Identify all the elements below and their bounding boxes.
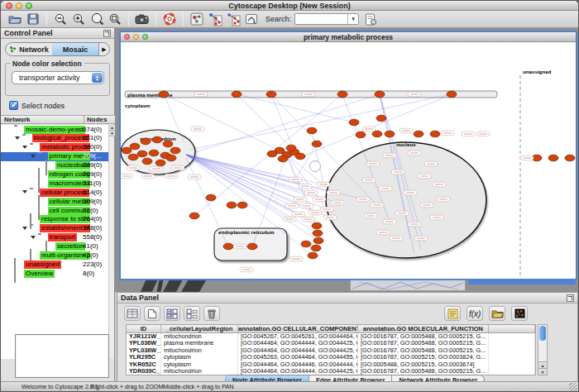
app-titlebar[interactable]: Cytoscape Desktop (New Session) [1,1,578,11]
tree-row[interactable]: Overview8(0) [1,269,109,278]
table-cell[interactable]: YPL036W__1 [127,347,161,354]
tree-row-label[interactable]: Overview [24,270,55,278]
tab-mosaic[interactable]: Mosaic [52,43,98,55]
notes-icon[interactable] [444,306,461,321]
tree-row[interactable]: multi-organism pro42(0) [1,251,109,260]
network-node[interactable] [349,119,359,126]
network-node[interactable] [565,155,575,161]
table-cell[interactable]: [GO:0016787, GO:0005215, GO:0003824, G..… [358,354,489,361]
table-cell[interactable]: [GO:0044464, GO:0044444, GO:0044425, G..… [238,347,358,354]
zoom-in-icon[interactable] [70,12,87,26]
color-attribute-dropdown[interactable]: transporter activity ▲▼ [12,71,104,84]
tree-row[interactable]: cellular metabo209(0) [1,197,109,206]
network-view-window[interactable]: primary metabolic process plasma membran… [119,31,577,280]
tree-column-network[interactable]: Network [4,116,31,123]
scroll-up-icon[interactable]: ▲ [538,361,547,368]
table-cell[interactable]: mitochondrion [161,347,238,354]
network-node[interactable] [376,115,386,122]
table-cell[interactable]: [GO:0016787, GO:0005488, GO:0005215, G..… [358,347,489,354]
expander-icon[interactable] [31,236,36,239]
network-node[interactable] [337,91,347,98]
tree-row[interactable]: mosaic-demo-yeast874(0) [1,125,109,134]
snapshot-icon[interactable] [134,12,151,26]
tree-row[interactable]: transport558(0) [1,233,109,242]
float-panel-icon[interactable] [103,30,111,37]
network-node[interactable] [385,131,395,137]
zoom-fit-icon[interactable] [107,12,123,26]
zoom-out-icon[interactable] [52,12,69,26]
column-header[interactable]: annotation.GO MOLECULAR_FUNCTION [358,325,489,332]
birdseye-view[interactable] [15,334,109,378]
table-icon[interactable] [124,306,141,321]
table-cell[interactable]: YJR121W__1 [127,333,161,340]
scroll-down-icon[interactable]: ▼ [538,368,547,375]
search-config-icon[interactable] [362,12,379,26]
tree-row-label[interactable]: biological_process [32,134,90,142]
network-node[interactable] [141,138,151,145]
help-icon[interactable] [161,12,178,26]
expander-icon[interactable] [31,155,36,158]
column-header[interactable]: _cellularLayoutRegion [161,325,238,332]
network-node[interactable] [312,141,322,147]
table-cell[interactable]: [GO:0045263, GO:0044464, GO:0044455, G..… [238,354,358,361]
table-cell[interactable] [489,354,535,361]
table-cell[interactable]: cytoplasm [161,354,238,361]
expander-icon[interactable] [15,136,20,140]
network-node[interactable] [301,241,311,247]
network-node[interactable] [308,252,318,259]
network-node[interactable] [159,91,169,98]
unselect-attributes-icon[interactable] [184,306,200,321]
open-session-icon[interactable] [7,12,23,26]
table-cell[interactable]: YKR052C [127,361,161,368]
network-node[interactable] [237,202,247,208]
network-node[interactable] [307,127,317,134]
network-node[interactable] [152,136,162,143]
scroll-up-icon[interactable]: ▲ [109,125,115,131]
network-node[interactable] [223,243,233,250]
table-cell[interactable]: plasma membrane [161,340,238,347]
network-node[interactable] [156,160,165,166]
table-cell[interactable]: cytoplasm [161,361,238,368]
table-cell[interactable] [489,347,535,354]
search-input[interactable]: ▾ [294,13,359,25]
save-session-icon[interactable] [25,12,41,26]
select-first-neighbors-icon[interactable] [207,12,223,26]
table-cell[interactable] [489,333,535,340]
table-cell[interactable]: YPL036W__2 [127,340,161,347]
network-node[interactable] [163,141,173,147]
network-node[interactable] [142,158,152,165]
network-node[interactable] [189,213,199,219]
network-node[interactable] [311,245,321,251]
table-row[interactable]: YKR052Ccytoplasm[GO:0044464, GO:0044446,… [127,361,535,368]
table-cell[interactable]: [GO:0045267, GO:0045261, GO:0044464, G..… [238,333,358,340]
tree-row-label[interactable]: secretion [55,242,85,251]
network-node[interactable] [122,147,132,154]
network-node[interactable] [166,155,176,161]
network-canvas[interactable]: plasma membranecytoplasmmitochondrionnuc… [121,42,576,277]
network-node[interactable] [247,243,257,250]
table-cell[interactable]: [GO:0016787, GO:0005488, GO:0005215, G..… [358,333,489,340]
trash-icon[interactable] [203,306,220,321]
network-node[interactable] [170,147,180,154]
tree-row-label[interactable]: unassigned [24,261,61,269]
network-node[interactable] [149,150,159,156]
network-node[interactable] [137,151,147,157]
network-node[interactable] [372,131,382,137]
column-header[interactable]: ID [127,325,161,332]
network-node[interactable] [128,154,138,160]
table-cell[interactable]: [GO:0044464, GO:0044444, GO:0044425, G..… [238,340,358,347]
vizmapper-icon[interactable] [243,12,260,26]
table-row[interactable]: YPL036W__1mitochondrion[GO:0044464, GO:0… [127,347,535,354]
tree-row[interactable]: secretion41(0) [1,242,109,251]
tree-column-nodes[interactable]: Nodes [84,116,107,123]
table-row[interactable]: YJR121W__1mitochondrion[GO:0045267, GO:0… [127,333,535,340]
nucleus-region[interactable] [326,142,486,258]
network-node[interactable] [312,222,322,229]
tree-row[interactable]: primary metabo209(... [1,152,109,161]
tree-scrollbar[interactable]: ▲ ▼ [108,125,114,359]
network-node[interactable] [375,91,385,98]
new-document-icon[interactable] [144,306,160,321]
table-cell[interactable]: mitochondrion [161,368,238,375]
select-nodes-checkbox[interactable] [9,101,18,110]
tree-row[interactable]: establishment of lo558(0) [1,224,109,233]
